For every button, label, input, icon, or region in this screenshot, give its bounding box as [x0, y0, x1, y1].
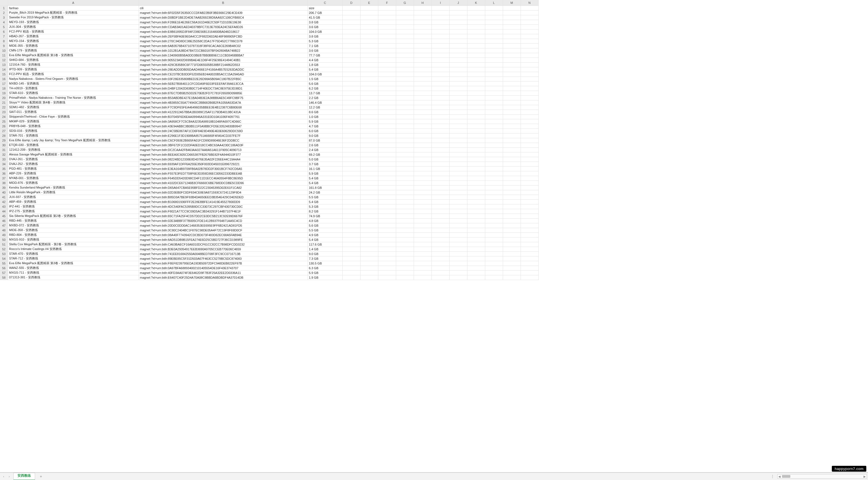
cell[interactable]	[467, 228, 485, 233]
cell[interactable]	[360, 233, 378, 237]
cell[interactable]	[360, 105, 378, 110]
cell[interactable]	[396, 110, 414, 114]
cell[interactable]	[342, 10, 360, 15]
cell[interactable]	[503, 233, 521, 237]
horizontal-scrollbar[interactable]: ◀ ▶	[777, 474, 867, 479]
cell[interactable]	[360, 162, 378, 166]
row-header[interactable]: 5	[0, 25, 8, 29]
cell[interactable]: magnet:?xt=urn:btih:6F02D5F26350CCCDFAB2…	[138, 10, 308, 15]
row-header[interactable]: 27	[0, 129, 8, 133]
cell[interactable]	[360, 10, 378, 15]
cell[interactable]: JUX-937 - 安西教练	[8, 195, 138, 199]
cell[interactable]	[485, 214, 503, 218]
cell[interactable]: magnet:?xt=urn:btih:CE237BCB3DDF52D05EB2…	[138, 72, 308, 76]
cell[interactable]	[503, 185, 521, 190]
cell[interactable]	[396, 95, 414, 100]
row-header[interactable]: 39	[0, 185, 8, 190]
cell[interactable]	[414, 195, 432, 199]
cell[interactable]	[485, 176, 503, 180]
cell[interactable]	[378, 72, 396, 76]
cell[interactable]: magnet:?xt=urn:btih:02D3EB0FC0DF834CE8E9…	[138, 190, 308, 195]
row-header[interactable]: 9	[0, 43, 8, 48]
cell[interactable]	[467, 29, 485, 34]
cell[interactable]	[396, 100, 414, 105]
cell[interactable]	[503, 270, 521, 275]
cell[interactable]	[432, 39, 449, 43]
cell[interactable]	[378, 29, 396, 34]
cell[interactable]	[521, 157, 538, 162]
cell[interactable]	[414, 58, 432, 62]
cell[interactable]	[396, 133, 414, 138]
cell[interactable]	[449, 166, 467, 171]
cell[interactable]: magnet:?xt=urn:btih:E8B61895D3F84F238E56…	[138, 29, 308, 34]
cell[interactable]	[360, 67, 378, 72]
cell[interactable]	[485, 114, 503, 119]
sheet-nav-next[interactable]: ›	[7, 474, 12, 479]
cell[interactable]: Sweetie Fox 2019 MegaPack - 安西教练	[8, 15, 138, 20]
cell[interactable]	[485, 251, 503, 256]
cell[interactable]: IPZ-441 - 安西教练	[8, 204, 138, 209]
cell[interactable]: 5.3 GB	[308, 39, 342, 43]
cell[interactable]	[449, 86, 467, 91]
cell[interactable]	[503, 95, 521, 100]
cell[interactable]	[467, 6, 485, 10]
cell[interactable]	[360, 256, 378, 261]
cell[interactable]	[449, 223, 467, 228]
cell[interactable]: Stella Cox MegaPark 配图精装 - 第2卷 - 安西教练	[8, 242, 138, 247]
cell[interactable]	[342, 157, 360, 162]
cell[interactable]	[432, 48, 449, 53]
cell[interactable]: magnet:?xt=urn:btih:8AD51DB9B15FEA274E6D…	[138, 237, 308, 242]
cell[interactable]	[432, 119, 449, 124]
cell[interactable]	[503, 228, 521, 233]
cell[interactable]	[360, 29, 378, 34]
cell[interactable]	[378, 171, 396, 176]
cell[interactable]: IPTD-909 - 安西教练	[8, 67, 138, 72]
cell[interactable]	[449, 171, 467, 176]
cell[interactable]	[414, 114, 432, 119]
cell[interactable]	[342, 143, 360, 147]
cell[interactable]	[360, 228, 378, 233]
cell[interactable]	[414, 100, 432, 105]
cell[interactable]	[521, 91, 538, 95]
cell[interactable]	[467, 256, 485, 261]
cell[interactable]	[360, 147, 378, 152]
cell[interactable]	[342, 166, 360, 171]
row-header[interactable]: 14	[0, 67, 8, 72]
cell[interactable]	[449, 34, 467, 39]
cell[interactable]	[378, 86, 396, 91]
cell[interactable]	[396, 218, 414, 223]
row-header[interactable]: 21	[0, 100, 8, 105]
cell[interactable]	[414, 143, 432, 147]
cell[interactable]: magnet:?xt=urn:btih:E296E1F3D1908BA85751…	[138, 133, 308, 138]
cell[interactable]	[360, 242, 378, 247]
cell[interactable]	[360, 114, 378, 119]
cell[interactable]	[485, 152, 503, 157]
cell[interactable]	[467, 20, 485, 25]
cell[interactable]	[503, 124, 521, 129]
cell[interactable]	[414, 266, 432, 270]
cell[interactable]	[432, 53, 449, 58]
cell[interactable]	[521, 81, 538, 86]
cell[interactable]: 1.4 GB	[308, 247, 342, 251]
cell[interactable]	[449, 76, 467, 81]
cell[interactable]	[449, 214, 467, 218]
cell[interactable]: 87.0 GB	[308, 138, 342, 143]
cell[interactable]: 5.6 GB	[308, 81, 342, 86]
cell[interactable]	[432, 266, 449, 270]
column-header-E[interactable]: E	[360, 0, 378, 6]
cell[interactable]: 16.1 GB	[308, 166, 342, 171]
cell[interactable]	[414, 105, 432, 110]
cell[interactable]	[414, 95, 432, 100]
column-header-K[interactable]: K	[467, 0, 485, 6]
cell[interactable]	[432, 204, 449, 209]
cell[interactable]: magnet:?xt=urn:btih:B3E0A29354917EEB3690…	[138, 247, 308, 251]
cell[interactable]	[485, 67, 503, 72]
cell[interactable]	[432, 256, 449, 261]
cell[interactable]: 6.2 GB	[308, 86, 342, 91]
cell[interactable]	[485, 147, 503, 152]
cell[interactable]	[485, 199, 503, 204]
cell[interactable]	[396, 270, 414, 275]
cell[interactable]	[521, 43, 538, 48]
cell[interactable]	[503, 6, 521, 10]
cell[interactable]	[467, 110, 485, 114]
